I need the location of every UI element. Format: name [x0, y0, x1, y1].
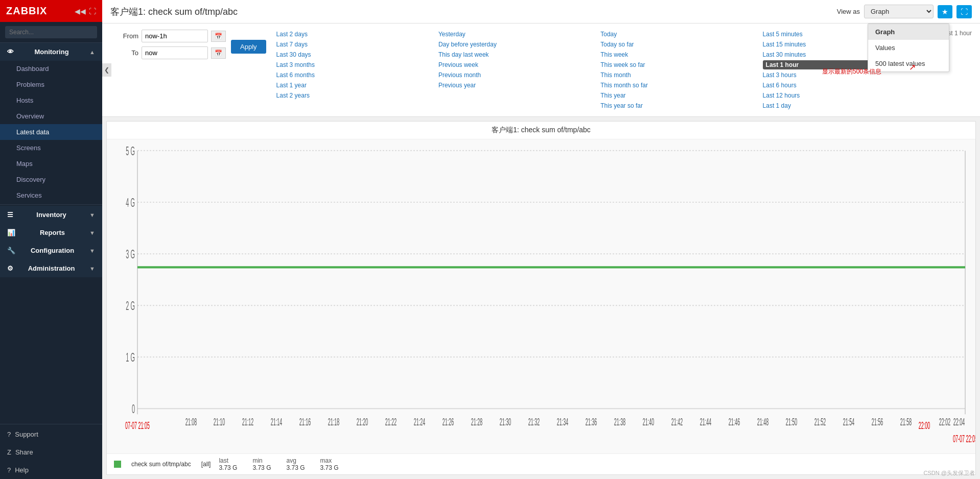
- to-input[interactable]: [142, 46, 208, 59]
- admin-icon: ⚙: [7, 265, 13, 272]
- sidebar-item-overview[interactable]: Overview: [0, 108, 102, 124]
- collapse-icon[interactable]: ◀◀: [75, 7, 86, 15]
- chevron-down-icon3: ▼: [89, 248, 95, 254]
- sidebar-item-services[interactable]: Services: [0, 187, 102, 203]
- legend-last-val: 3.73 G: [219, 464, 237, 471]
- to-calendar-button[interactable]: 📅: [211, 47, 226, 59]
- svg-rect-0: [107, 139, 975, 453]
- quick-link-last3months[interactable]: Last 3 months: [276, 60, 433, 69]
- filter-row: ❮ From 📅 To 📅 Apply Last 2 days Yesterda…: [110, 30, 972, 110]
- chevron-down-icon4: ▼: [89, 266, 95, 272]
- legend-col-avg: avg 3.73 G: [286, 457, 305, 471]
- top-right: View as Graph Values 500 latest values ★…: [837, 5, 972, 18]
- dropdown-menu: Graph Values 500 latest values 显示最新的500条…: [868, 23, 949, 72]
- eye-icon: 👁: [7, 48, 14, 56]
- svg-text:21:30: 21:30: [500, 416, 511, 427]
- svg-text:21:48: 21:48: [757, 416, 769, 427]
- quick-link-last12hours[interactable]: Last 12 hours: [763, 91, 920, 100]
- sidebar-item-monitoring[interactable]: 👁 Monitoring ▲: [0, 43, 102, 61]
- svg-text:22:00: 22:00: [919, 420, 930, 431]
- quick-link-prevweek[interactable]: Previous week: [438, 60, 595, 69]
- quick-link-prevyear[interactable]: Previous year: [438, 81, 595, 90]
- legend-max-val: 3.73 G: [320, 464, 339, 471]
- logo-area: ZABBIX ◀◀ ⛶: [0, 0, 102, 22]
- view-as-select[interactable]: Graph Values 500 latest values: [864, 5, 934, 18]
- from-input[interactable]: [142, 30, 208, 42]
- monitoring-label: Monitoring: [34, 48, 68, 56]
- to-row: To 📅: [121, 46, 226, 59]
- sidebar-item-latest-data[interactable]: Latest data: [0, 124, 102, 140]
- to-label: To: [121, 49, 138, 57]
- star-button[interactable]: ★: [938, 5, 952, 18]
- sidebar-item-help[interactable]: ? Help: [0, 461, 102, 479]
- search-input[interactable]: [5, 26, 97, 38]
- support-label: Support: [15, 430, 38, 438]
- quick-link-thismonth[interactable]: This month: [600, 70, 757, 80]
- sidebar-item-problems[interactable]: Problems: [0, 77, 102, 92]
- reports-icon: 📊: [7, 229, 15, 236]
- quick-link-prevmonth[interactable]: Previous month: [438, 70, 595, 80]
- filter-collapse-button[interactable]: ❮: [102, 63, 111, 77]
- sidebar-item-dashboard[interactable]: Dashboard: [0, 61, 102, 77]
- sidebar-item-discovery[interactable]: Discovery: [0, 172, 102, 187]
- quick-link-thisweeksofar[interactable]: This week so far: [600, 60, 757, 69]
- svg-text:21:20: 21:20: [357, 416, 368, 427]
- graph-svg: 5 G 4 G 3 G 2 G 1 G 0 07-07 21:05 21:08 …: [107, 139, 975, 453]
- legend-col-max: max 3.73 G: [320, 457, 339, 471]
- quick-link-daybefore[interactable]: Day before yesterday: [438, 40, 595, 49]
- chevron-down-icon2: ▼: [89, 230, 95, 236]
- inventory-label: Inventory: [36, 211, 66, 219]
- graph-title: 客户端1: check sum of/tmp/abc: [107, 122, 975, 139]
- apply-button[interactable]: Apply: [231, 40, 266, 54]
- quick-link-thisyear[interactable]: This year: [600, 91, 757, 100]
- svg-text:21:56: 21:56: [872, 416, 883, 427]
- dropdown-item-graph[interactable]: Graph: [868, 24, 949, 40]
- nav-section-monitoring: 👁 Monitoring ▲ Dashboard Problems Hosts …: [0, 43, 102, 203]
- sidebar-item-reports[interactable]: 📊 Reports ▼: [0, 224, 102, 242]
- fullscreen-button[interactable]: ⛶: [956, 5, 972, 18]
- quick-link-last1year[interactable]: Last 1 year: [276, 81, 433, 90]
- quick-link-last7days[interactable]: Last 7 days: [276, 40, 433, 49]
- share-label: Share: [15, 448, 33, 456]
- filter-area: ❮ From 📅 To 📅 Apply Last 2 days Yesterda…: [102, 23, 980, 117]
- sidebar-item-configuration[interactable]: 🔧 Configuration ▼: [0, 242, 102, 259]
- svg-text:22:02: 22:02: [939, 416, 951, 427]
- quick-link-thisyearsofar[interactable]: This year so far: [600, 101, 757, 110]
- svg-text:21:32: 21:32: [528, 416, 540, 427]
- quick-link-todaysofar[interactable]: Today so far: [600, 40, 757, 49]
- sidebar-item-screens[interactable]: Screens: [0, 140, 102, 156]
- sidebar-item-share[interactable]: Z Share: [0, 443, 102, 461]
- quick-link-last30days[interactable]: Last 30 days: [276, 50, 433, 59]
- sidebar-item-administration[interactable]: ⚙ Administration ▼: [0, 259, 102, 277]
- sidebar-item-maps[interactable]: Maps: [0, 156, 102, 172]
- quick-link-last2years[interactable]: Last 2 years: [276, 91, 433, 100]
- quick-link-last6hours[interactable]: Last 6 hours: [763, 81, 920, 90]
- quick-link-thisweek[interactable]: This week: [600, 50, 757, 59]
- dropdown-item-500[interactable]: 500 latest values: [868, 56, 949, 71]
- svg-text:21:52: 21:52: [814, 416, 826, 427]
- fullscreen-icon[interactable]: ⛶: [89, 7, 96, 15]
- sidebar-item-support[interactable]: ? Support: [0, 425, 102, 443]
- main-content: 客户端1: check sum of/tmp/abc View as Graph…: [102, 0, 980, 479]
- dropdown-item-values[interactable]: Values: [868, 40, 949, 56]
- svg-text:3 G: 3 G: [126, 247, 135, 261]
- help-icon: ?: [7, 466, 11, 474]
- divider-1: [0, 204, 102, 205]
- quick-link-empty3: [438, 101, 595, 110]
- legend-cols: last 3.73 G min 3.73 G avg 3.73 G max 3.…: [219, 457, 338, 471]
- quick-link-thisdaylastweek[interactable]: This day last week: [438, 50, 595, 59]
- quick-link-last6months[interactable]: Last 6 months: [276, 70, 433, 80]
- quick-link-last2days[interactable]: Last 2 days: [276, 30, 433, 39]
- quick-link-today[interactable]: Today: [600, 30, 757, 39]
- quick-link-last1day[interactable]: Last 1 day: [763, 101, 920, 110]
- sidebar-item-hosts[interactable]: Hosts: [0, 92, 102, 108]
- from-calendar-button[interactable]: 📅: [211, 31, 226, 42]
- svg-text:21:28: 21:28: [471, 416, 483, 427]
- quick-link-yesterday[interactable]: Yesterday: [438, 30, 595, 39]
- quick-link-thismonthsofar[interactable]: This month so far: [600, 81, 757, 90]
- svg-text:5 G: 5 G: [126, 144, 135, 158]
- sidebar-item-inventory[interactable]: ☰ Inventory ▼: [0, 206, 102, 224]
- graph-area: 客户端1: check sum of/tmp/abc 5 G 4 G 3 G 2…: [106, 121, 976, 475]
- svg-text:2 G: 2 G: [126, 299, 135, 313]
- legend-max-label: max: [320, 457, 339, 464]
